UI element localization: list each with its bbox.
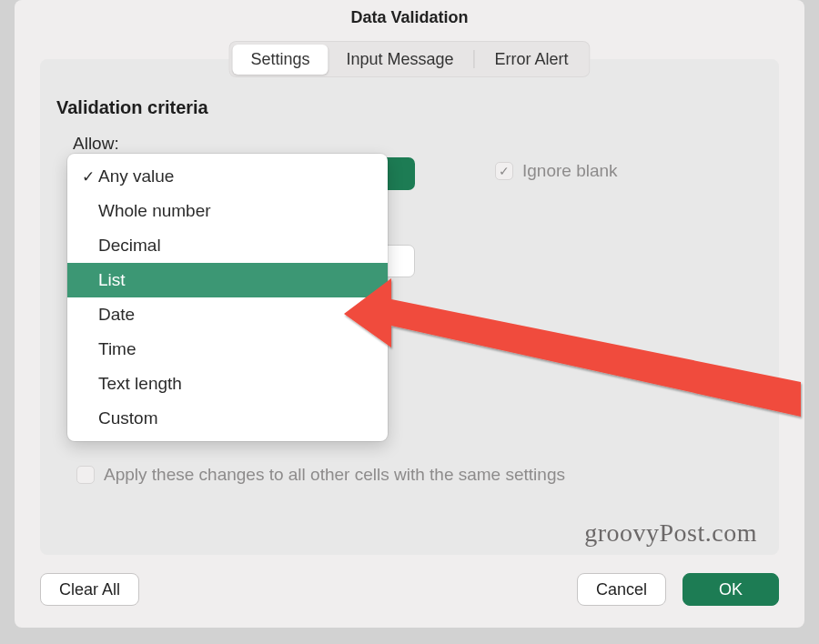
dropdown-option-custom[interactable]: Custom <box>67 401 388 436</box>
dialog-titlebar: Data Validation <box>15 0 804 35</box>
dropdown-option-label: Decimal <box>98 236 161 256</box>
ignore-blank-row: ✓ Ignore blank <box>495 161 618 181</box>
dropdown-option-label: Whole number <box>98 201 211 221</box>
dropdown-option-label: Any value <box>98 166 174 186</box>
allow-select-button-peek <box>384 157 415 190</box>
allow-label: Allow: <box>73 134 119 154</box>
ignore-blank-checkbox[interactable]: ✓ <box>495 162 513 180</box>
tab-input-message[interactable]: Input Message <box>328 45 471 75</box>
dropdown-option-label: Text length <box>98 374 182 394</box>
tab-divider <box>474 50 475 68</box>
dialog-title: Data Validation <box>350 8 468 27</box>
tab-strip: Settings Input Message Error Alert <box>228 41 590 77</box>
apply-changes-row: Apply these changes to all other cells w… <box>76 465 565 485</box>
dropdown-option-label: Custom <box>98 408 157 428</box>
apply-changes-checkbox[interactable] <box>76 466 95 484</box>
apply-changes-label: Apply these changes to all other cells w… <box>104 465 565 485</box>
ignore-blank-label: Ignore blank <box>522 161 618 181</box>
clear-all-button[interactable]: Clear All <box>40 573 139 606</box>
dialog-footer: Clear All Cancel OK <box>40 573 779 608</box>
dropdown-option-label: List <box>98 270 126 290</box>
dropdown-option-decimal[interactable]: Decimal <box>67 228 388 263</box>
tab-settings[interactable]: Settings <box>232 45 328 75</box>
dropdown-option-time[interactable]: Time <box>67 332 388 367</box>
dropdown-option-label: Date <box>98 305 135 325</box>
dropdown-option-text-length[interactable]: Text length <box>67 367 388 401</box>
ok-button[interactable]: OK <box>682 573 779 606</box>
data-validation-dialog: Data Validation Settings Input Message E… <box>15 0 804 628</box>
settings-panel: Settings Input Message Error Alert Valid… <box>40 59 779 555</box>
check-icon: ✓ <box>78 167 98 186</box>
allow-dropdown-menu: ✓ Any value Whole number Decimal List Da… <box>67 154 388 441</box>
section-heading-validation-criteria: Validation criteria <box>56 97 208 118</box>
dropdown-option-list[interactable]: List <box>67 263 388 297</box>
tab-error-alert[interactable]: Error Alert <box>477 45 587 75</box>
dropdown-option-label: Time <box>98 339 136 359</box>
dropdown-option-whole-number[interactable]: Whole number <box>67 194 388 228</box>
dropdown-option-date[interactable]: Date <box>67 297 388 332</box>
dropdown-option-any-value[interactable]: ✓ Any value <box>67 159 388 194</box>
data-select-button-peek <box>384 245 415 277</box>
cancel-button[interactable]: Cancel <box>577 573 666 606</box>
